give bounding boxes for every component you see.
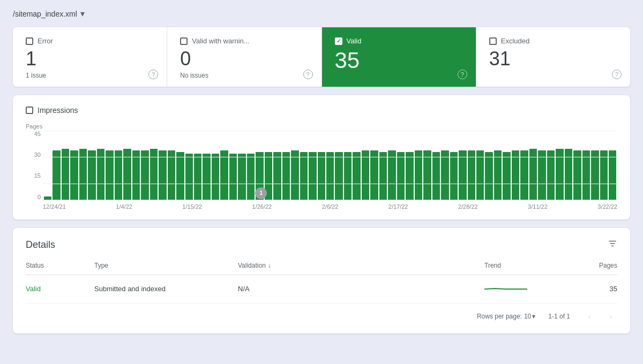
sitemap-title: /sitemap_index.xml bbox=[13, 10, 77, 18]
col-status-label: Status bbox=[26, 262, 44, 269]
bar-26 bbox=[273, 152, 281, 200]
impressions-label: Impressions bbox=[38, 106, 78, 115]
bar-38 bbox=[379, 152, 387, 200]
row-trend bbox=[484, 283, 570, 295]
status-card-valid[interactable]: Valid 35 ? bbox=[322, 27, 476, 87]
bar-27 bbox=[282, 152, 290, 200]
grid-line-33 bbox=[43, 157, 617, 157]
bar-35 bbox=[353, 152, 360, 200]
x-label-1: 12/24/21 bbox=[43, 203, 66, 210]
details-title: Details bbox=[26, 239, 55, 251]
table-header: Status Type Validation ↓ Trend Pages bbox=[26, 262, 617, 275]
bar-1 bbox=[53, 150, 60, 200]
rows-per-page-label: Rows per page: bbox=[477, 313, 522, 320]
main-content: Error 1 1 issue ? Valid with warnin... 0… bbox=[0, 27, 643, 346]
table-footer: Rows per page: 10 ▾ 1-1 of 1 ‹ › bbox=[26, 304, 617, 323]
bar-11 bbox=[141, 150, 148, 200]
bar-60 bbox=[573, 150, 581, 200]
status-card-error[interactable]: Error 1 1 issue ? bbox=[13, 27, 167, 87]
x-label-9: 3/22/22 bbox=[597, 203, 617, 210]
excluded-label: Excluded bbox=[501, 37, 529, 45]
valid-count: 35 bbox=[335, 48, 463, 73]
chart-area: Pages 45 30 15 0 1 bbox=[26, 123, 617, 211]
x-label-6: 2/17/22 bbox=[388, 203, 408, 210]
chart-bars-wrapper: 1 12/24/21 1/4/22 1/15/22 1/26/22 2/6/22… bbox=[43, 131, 617, 211]
col-trend-label: Trend bbox=[484, 262, 501, 269]
x-label-4: 1/26/22 bbox=[252, 203, 272, 210]
bar-36 bbox=[362, 150, 369, 200]
row-type: Submitted and indexed bbox=[94, 285, 234, 293]
bar-16 bbox=[185, 154, 193, 200]
bar-7 bbox=[106, 150, 113, 200]
rows-per-page-value: 10 bbox=[524, 313, 531, 320]
chart-card: Impressions Pages 45 30 15 0 bbox=[13, 95, 630, 219]
col-type: Type bbox=[94, 262, 234, 269]
bar-32 bbox=[326, 152, 334, 200]
error-help-icon[interactable]: ? bbox=[148, 70, 158, 79]
col-validation-label: Validation bbox=[238, 262, 266, 269]
excluded-count: 31 bbox=[489, 48, 617, 70]
impressions-checkbox[interactable] bbox=[26, 107, 33, 114]
bar-61 bbox=[582, 150, 590, 200]
row-validation: N/A bbox=[238, 285, 480, 293]
row-pages-value: 35 bbox=[610, 285, 617, 293]
bar-21 bbox=[229, 154, 237, 200]
col-pages: Pages bbox=[574, 262, 617, 269]
valid-help-icon[interactable]: ? bbox=[458, 70, 467, 79]
y-axis-label: Pages bbox=[26, 123, 617, 130]
chart-header: Impressions bbox=[26, 106, 617, 115]
error-count: 1 bbox=[26, 48, 154, 70]
rows-per-page: Rows per page: 10 ▾ bbox=[477, 313, 535, 320]
bar-62 bbox=[591, 150, 599, 200]
row-validation-value: N/A bbox=[238, 285, 250, 293]
bar-54 bbox=[520, 150, 528, 200]
bar-43 bbox=[423, 150, 431, 200]
bar-19 bbox=[212, 154, 219, 200]
bar-34 bbox=[344, 152, 352, 200]
excluded-help-icon[interactable]: ? bbox=[612, 70, 622, 79]
grid-line-top bbox=[43, 131, 617, 131]
pagination-prev-button[interactable]: ‹ bbox=[583, 310, 596, 323]
bar-22 bbox=[238, 154, 245, 200]
rows-per-page-select[interactable]: 10 ▾ bbox=[524, 313, 535, 320]
bar-50 bbox=[485, 152, 492, 200]
excluded-checkbox[interactable] bbox=[489, 37, 497, 45]
bar-47 bbox=[459, 150, 466, 200]
details-header: Details bbox=[26, 239, 617, 251]
x-label-8: 3/11/22 bbox=[528, 203, 548, 210]
x-axis: 12/24/21 1/4/22 1/15/22 1/26/22 2/6/22 2… bbox=[43, 203, 617, 210]
bar-49 bbox=[476, 150, 484, 200]
col-validation[interactable]: Validation ↓ bbox=[238, 262, 480, 269]
bar-10 bbox=[132, 150, 140, 200]
x-label-5: 2/6/22 bbox=[322, 203, 339, 210]
x-label-2: 1/4/22 bbox=[116, 203, 132, 210]
bar-53 bbox=[512, 150, 519, 200]
trend-chart bbox=[484, 283, 527, 295]
bar-18 bbox=[203, 154, 210, 200]
error-sub: 1 issue bbox=[26, 72, 154, 79]
valid-checkbox[interactable] bbox=[335, 37, 342, 45]
row-type-value: Submitted and indexed bbox=[94, 285, 166, 293]
status-card-valid-warning[interactable]: Valid with warnin... 0 No issues ? bbox=[167, 27, 322, 87]
col-status: Status bbox=[26, 262, 90, 269]
row-status-value[interactable]: Valid bbox=[26, 285, 41, 293]
row-pages: 35 bbox=[574, 285, 617, 293]
y-axis: 45 30 15 0 bbox=[26, 131, 43, 211]
bar-45 bbox=[441, 150, 448, 200]
error-checkbox[interactable] bbox=[26, 37, 33, 45]
valid-warning-help-icon[interactable]: ? bbox=[303, 70, 313, 79]
bar-56 bbox=[538, 150, 545, 200]
y-value-30: 30 bbox=[26, 151, 41, 158]
valid-warning-count: 0 bbox=[180, 48, 308, 70]
bar-3 bbox=[70, 150, 78, 200]
dropdown-arrow-icon[interactable]: ▾ bbox=[80, 9, 85, 19]
bar-8 bbox=[115, 150, 122, 200]
filter-icon[interactable] bbox=[608, 239, 617, 251]
bar-64 bbox=[609, 150, 616, 200]
pagination-next-button[interactable]: › bbox=[604, 310, 617, 323]
valid-warning-checkbox[interactable] bbox=[180, 37, 188, 45]
bar-40 bbox=[397, 152, 405, 200]
bar-30 bbox=[309, 152, 316, 200]
error-label: Error bbox=[38, 37, 53, 45]
status-card-excluded[interactable]: Excluded 31 ? bbox=[476, 27, 630, 87]
